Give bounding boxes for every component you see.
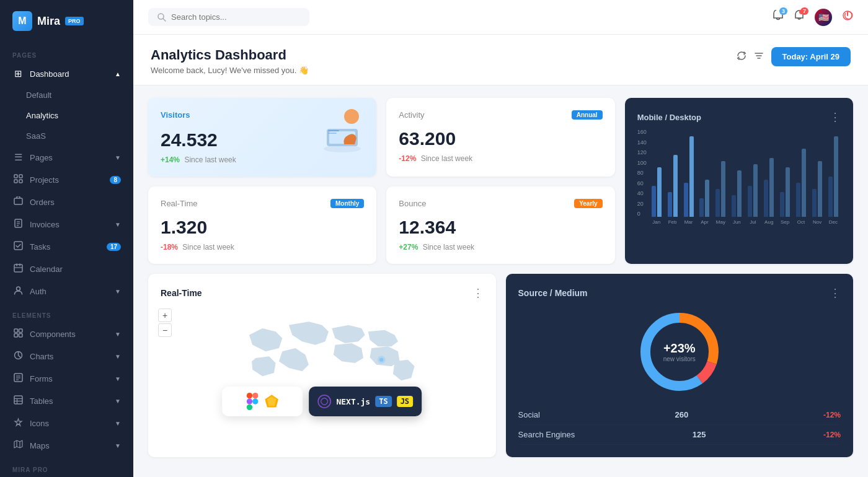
visitor-illustration [314, 104, 370, 154]
sidebar-item-label: Components [30, 330, 76, 339]
refresh-button[interactable] [737, 51, 746, 63]
chevron-icon: ▼ [115, 398, 121, 405]
sidebar-item-label: Invoices [30, 220, 60, 229]
svg-rect-18 [19, 334, 22, 338]
svg-rect-48 [247, 398, 252, 404]
source-title: Source / Medium [518, 288, 588, 298]
svg-rect-9 [14, 242, 22, 250]
sidebar-item-label: Icons [30, 419, 49, 428]
notifications-bell-button[interactable]: 7 [794, 10, 805, 24]
search-input[interactable] [171, 12, 295, 22]
bounce-value: 12.364 [399, 217, 602, 238]
sidebar-item-auth[interactable]: Auth ▼ [0, 280, 133, 302]
map-title: Real-Time [161, 288, 202, 298]
locale-flag[interactable]: 🇺🇸 [815, 9, 832, 26]
chevron-icon: ▲ [115, 71, 121, 77]
activity-pct: -12% [399, 154, 416, 163]
chevron-icon: ▼ [115, 221, 121, 228]
sidebar-item-tables[interactable]: Tables ▼ [0, 390, 133, 412]
svg-rect-17 [14, 334, 18, 338]
sidebar-item-analytics[interactable]: Analytics [0, 105, 133, 126]
source-medium-card: Source / Medium ⋮ [506, 274, 854, 457]
page-title: Analytics Dashboard [151, 47, 309, 63]
source-title-row: Source / Medium ⋮ [518, 286, 841, 300]
sidebar-item-label: Calendar [30, 265, 63, 274]
svg-point-14 [16, 287, 20, 291]
power-button[interactable] [842, 10, 853, 24]
bounce-label: Bounce [399, 199, 426, 208]
map-container: NEXT.js TS JS [161, 309, 484, 410]
activity-since: Since last week [421, 154, 472, 163]
sidebar-item-label: Forms [30, 374, 53, 383]
visitors-change: +14% Since last week [161, 155, 364, 164]
filter-button[interactable] [754, 51, 764, 63]
sidebar-item-label: Maps [30, 441, 50, 450]
donut-chart-area: +23% new visitors [518, 309, 841, 395]
source-name-search: Search Engines [518, 430, 575, 439]
chevron-icon: ▼ [115, 420, 121, 427]
svg-rect-1 [19, 175, 22, 178]
source-name-social: Social [518, 410, 540, 419]
sidebar-item-tasks[interactable]: Tasks 17 [0, 235, 133, 258]
chevron-icon: ▼ [115, 331, 121, 338]
sidebar-item-icons[interactable]: Icons ▼ [0, 412, 133, 434]
calendar-icon [12, 263, 24, 274]
sidebar-logo: M Mira PRO [0, 0, 133, 42]
date-button[interactable]: Today: April 29 [771, 47, 851, 66]
sidebar-item-invoices[interactable]: Invoices ▼ [0, 213, 133, 235]
svg-rect-4 [14, 198, 22, 204]
sidebar-item-charts[interactable]: Charts ▼ [0, 345, 133, 367]
sidebar-item-orders[interactable]: Orders [0, 191, 133, 213]
sidebar-item-saas[interactable]: SaaS [0, 126, 133, 146]
sidebar-item-components[interactable]: Components ▼ [0, 323, 133, 345]
tasks-icon [12, 241, 24, 252]
visitors-card: Visitors 24.532 +14% Si [148, 98, 376, 177]
svg-rect-10 [14, 265, 22, 272]
pro-badge: PRO [65, 17, 84, 25]
svg-point-54 [318, 395, 330, 408]
sidebar-item-label: Projects [30, 175, 59, 185]
bounce-since: Since last week [423, 243, 474, 252]
pages-section-label: PAGES [0, 42, 133, 63]
realtime-since: Since last week [182, 243, 234, 252]
dashboard-icon: ⊞ [12, 68, 24, 79]
activity-label: Activity [399, 110, 424, 120]
stats-grid: Visitors 24.532 +14% Si [148, 98, 853, 264]
search-wrap[interactable] [148, 8, 309, 26]
sidebar-item-dashboard[interactable]: ⊞ Dashboard ▲ [0, 63, 133, 85]
svg-rect-15 [14, 329, 18, 333]
sidebar-item-maps[interactable]: Maps ▼ [0, 434, 133, 457]
chevron-icon: ▼ [115, 288, 121, 295]
sidebar-item-pages[interactable]: ☰ Pages ▼ [0, 146, 133, 168]
bounce-pct: +27% [399, 243, 418, 252]
mobile-desktop-more[interactable]: ⋮ [830, 110, 841, 124]
donut-sub: new visitors [663, 356, 696, 362]
mira-pro-label: MIRA PRO [0, 457, 133, 477]
search-icon [157, 12, 166, 22]
source-more-button[interactable]: ⋮ [830, 286, 841, 300]
sidebar-item-default[interactable]: Default [0, 85, 133, 105]
tasks-badge: 17 [107, 243, 121, 251]
sidebar-item-projects[interactable]: Projects 8 [0, 168, 133, 191]
chevron-icon: ▼ [115, 353, 121, 360]
notifications-messages-button[interactable]: 3 [773, 10, 784, 24]
source-val-search: 125 [693, 430, 706, 439]
sidebar-item-calendar[interactable]: Calendar [0, 258, 133, 280]
source-chg-social: -12% [823, 411, 841, 419]
maps-icon [12, 440, 24, 451]
svg-rect-16 [19, 329, 22, 333]
icons-icon [12, 418, 24, 429]
forms-icon [12, 373, 24, 384]
nextjs-redux-ts-js-logo: NEXT.js TS JS [309, 387, 422, 416]
mobile-desktop-card: Mobile / Desktop ⋮ 160 140 120 100 80 60… [625, 98, 853, 264]
sidebar-item-label: Charts [30, 352, 53, 361]
sidebar-item-label: Default [26, 90, 51, 100]
page-subtitle: Welcome back, Lucy! We've missed you. 👋 [151, 66, 309, 75]
sidebar-item-forms[interactable]: Forms ▼ [0, 367, 133, 390]
svg-rect-49 [247, 405, 252, 410]
sidebar-item-label: Pages [30, 153, 53, 162]
map-more-button[interactable]: ⋮ [472, 286, 484, 300]
realtime-value: 1.320 [161, 217, 364, 238]
auth-icon [12, 286, 24, 297]
chevron-icon: ▼ [115, 375, 121, 382]
